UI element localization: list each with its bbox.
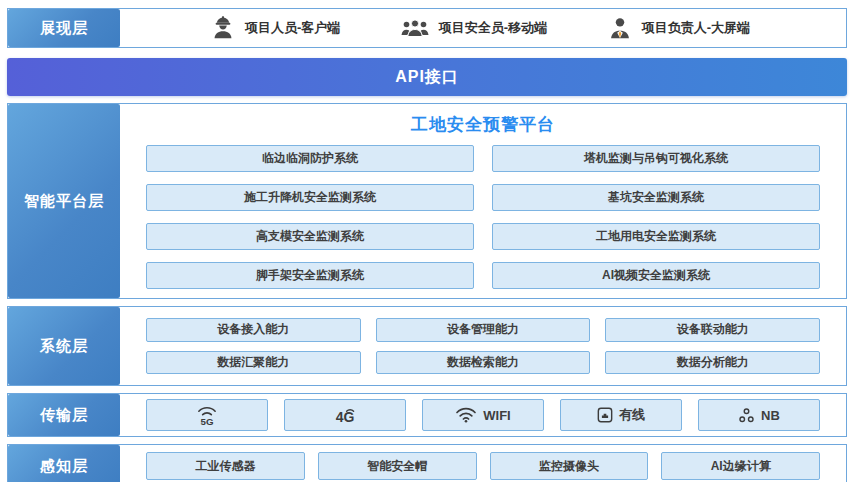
wired-network-icon (597, 407, 613, 423)
nb-iot-icon (738, 407, 755, 424)
system-layer-section: 系统层 设备接入能力 设备管理能力 设备联动能力 数据汇聚能力 数据检索能力 数… (7, 306, 847, 386)
presentation-layer-content: 项目人员-客户端 项目安全员-移动端 (120, 9, 846, 47)
team-icon (400, 15, 430, 41)
signal-4g-icon: 4G (331, 404, 359, 426)
platform-system-box: 塔机监测与吊钩可视化系统 (492, 145, 820, 172)
svg-text:5G: 5G (200, 416, 213, 427)
presentation-layer-label: 展现层 (8, 9, 120, 47)
system-capability-box: 设备管理能力 (376, 318, 591, 342)
transport-items-row: 5G 4G WIFI (120, 394, 846, 436)
platform-layer-section: 智能平台层 工地安全预警平台 临边临洞防护系统 塔机监测与吊钩可视化系统 施工升… (7, 103, 847, 299)
system-capability-box: 数据分析能力 (605, 351, 820, 375)
presentation-item-label: 项目人员-客户端 (245, 19, 340, 37)
system-capability-box: 数据汇聚能力 (146, 351, 361, 375)
transport-item-5g: 5G (146, 399, 268, 431)
platform-system-box: AI视频安全监测系统 (492, 262, 820, 289)
platform-system-box: 高支模安全监测系统 (146, 223, 474, 250)
perception-items-row: 工业传感器 智能安全帽 监控摄像头 AI边缘计算 (120, 445, 846, 482)
signal-5g-icon: 5G (194, 403, 220, 427)
perception-item-box: 工业传感器 (146, 452, 305, 480)
system-capability-box: 数据检索能力 (376, 351, 591, 375)
system-layer-label: 系统层 (8, 307, 120, 385)
presentation-item-bigscreen: 项目负责人-大屏端 (607, 15, 750, 41)
platform-layer-label: 智能平台层 (8, 104, 120, 298)
presentation-item-label: 项目负责人-大屏端 (642, 19, 750, 37)
perception-layer-label: 感知层 (8, 445, 120, 482)
svg-text:4G: 4G (336, 409, 355, 425)
platform-system-box: 脚手架安全监测系统 (146, 262, 474, 289)
platform-system-box: 临边临洞防护系统 (146, 145, 474, 172)
transport-item-4g: 4G (284, 399, 406, 431)
platform-title: 工地安全预警平台 (146, 110, 820, 140)
worker-icon (210, 15, 236, 41)
transport-item-wifi: WIFI (422, 399, 544, 431)
transport-layer-label: 传输层 (8, 394, 120, 436)
system-capability-box: 设备接入能力 (146, 318, 361, 342)
presentation-layer-section: 展现层 项目人员-客户端 (7, 8, 847, 48)
transport-item-label: 有线 (619, 406, 645, 424)
api-bar-label: API接口 (395, 67, 459, 88)
perception-layer-section: 感知层 工业传感器 智能安全帽 监控摄像头 AI边缘计算 (7, 444, 847, 482)
platform-systems-grid: 临边临洞防护系统 塔机监测与吊钩可视化系统 施工升降机安全监测系统 基坑安全监测… (146, 145, 820, 290)
api-bar: API接口 (7, 58, 847, 96)
presentation-item-label: 项目安全员-移动端 (439, 19, 547, 37)
transport-item-label: NB (761, 408, 780, 423)
perception-item-box: 监控摄像头 (490, 452, 649, 480)
transport-item-label: WIFI (483, 408, 510, 423)
presentation-item-mobile: 项目安全员-移动端 (400, 15, 547, 41)
perception-item-box: 智能安全帽 (318, 452, 477, 480)
platform-system-box: 工地用电安全监测系统 (492, 223, 820, 250)
platform-system-box: 基坑安全监测系统 (492, 184, 820, 211)
manager-icon (607, 15, 633, 41)
architecture-diagram: 展现层 项目人员-客户端 (0, 0, 854, 482)
transport-item-wired: 有线 (560, 399, 682, 431)
perception-item-box: AI边缘计算 (661, 452, 820, 480)
system-capability-box: 设备联动能力 (605, 318, 820, 342)
wifi-icon (455, 407, 477, 423)
transport-item-nb: NB (698, 399, 820, 431)
system-capabilities-grid: 设备接入能力 设备管理能力 设备联动能力 数据汇聚能力 数据检索能力 数据分析能… (120, 307, 846, 385)
platform-layer-content: 工地安全预警平台 临边临洞防护系统 塔机监测与吊钩可视化系统 施工升降机安全监测… (120, 104, 846, 298)
presentation-item-client: 项目人员-客户端 (210, 15, 340, 41)
transport-layer-section: 传输层 5G 4G (7, 393, 847, 437)
platform-system-box: 施工升降机安全监测系统 (146, 184, 474, 211)
